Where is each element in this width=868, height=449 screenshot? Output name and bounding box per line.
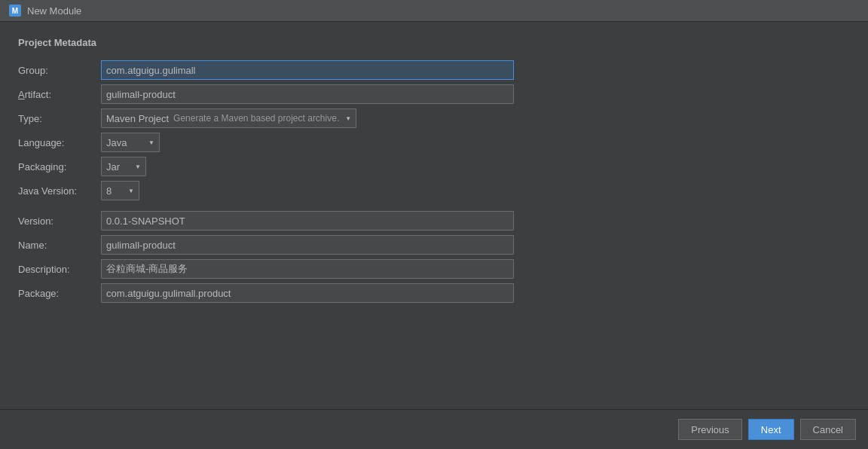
- type-select[interactable]: Maven Project Generate a Maven based pro…: [101, 108, 356, 128]
- type-hint: Generate a Maven based project archive.: [173, 113, 339, 124]
- version-row: Version:: [18, 211, 850, 231]
- dialog-content: Project Metadata Group: Artifact: Type: …: [0, 22, 868, 409]
- packaging-select[interactable]: Jar War: [101, 157, 146, 176]
- language-select-wrapper: Java Kotlin Groovy: [101, 133, 160, 152]
- artifact-input[interactable]: [101, 84, 514, 104]
- language-label: Language:: [18, 137, 101, 148]
- description-row: Description:: [18, 259, 850, 279]
- previous-button[interactable]: Previous: [678, 419, 742, 440]
- cancel-button[interactable]: Cancel: [800, 419, 856, 440]
- dialog-footer: Previous Next Cancel: [0, 409, 868, 449]
- group-input[interactable]: [101, 60, 514, 80]
- java-version-row: Java Version: 8 11 17: [18, 181, 850, 200]
- type-dropdown-arrow: ▼: [345, 115, 351, 122]
- package-row: Package:: [18, 283, 850, 303]
- version-input[interactable]: [101, 211, 514, 231]
- title-bar: M New Module: [0, 0, 868, 22]
- java-version-select[interactable]: 8 11 17: [101, 181, 139, 200]
- package-input[interactable]: [101, 283, 514, 303]
- group-label: Group:: [18, 65, 101, 76]
- packaging-select-wrapper: Jar War: [101, 157, 146, 176]
- version-label: Version:: [18, 215, 101, 227]
- section-title: Project Metadata: [18, 37, 850, 48]
- name-input[interactable]: [101, 235, 514, 255]
- spacer: [18, 205, 850, 211]
- description-label: Description:: [18, 264, 101, 275]
- name-row: Name:: [18, 235, 850, 255]
- new-module-dialog: M New Module Project Metadata Group: Art…: [0, 0, 868, 449]
- java-version-select-wrapper: 8 11 17: [101, 181, 139, 200]
- artifact-label: Artifact:: [18, 89, 101, 100]
- language-select[interactable]: Java Kotlin Groovy: [101, 133, 160, 152]
- packaging-row: Packaging: Jar War: [18, 157, 850, 176]
- next-button[interactable]: Next: [748, 419, 794, 440]
- window-title: New Module: [27, 5, 81, 17]
- package-label: Package:: [18, 288, 101, 299]
- type-label: Type:: [18, 113, 101, 124]
- module-icon: M: [9, 5, 21, 17]
- language-row: Language: Java Kotlin Groovy: [18, 133, 850, 152]
- artifact-row: Artifact:: [18, 84, 850, 104]
- packaging-label: Packaging:: [18, 161, 101, 173]
- description-input[interactable]: [101, 259, 514, 279]
- group-row: Group:: [18, 60, 850, 80]
- type-value: Maven Project: [106, 113, 169, 124]
- name-label: Name:: [18, 240, 101, 251]
- type-row: Type: Maven Project Generate a Maven bas…: [18, 108, 850, 128]
- java-version-label: Java Version:: [18, 185, 101, 197]
